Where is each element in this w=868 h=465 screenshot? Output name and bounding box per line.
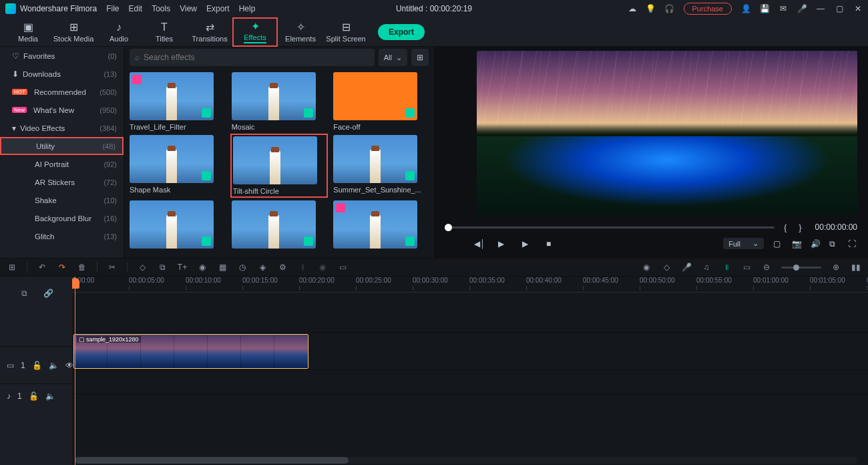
pip-icon[interactable]: ⧉ bbox=[829, 239, 839, 249]
play-forward-button[interactable]: ▶ bbox=[522, 239, 531, 249]
crop-icon[interactable]: ⧉ bbox=[157, 262, 168, 273]
mute-icon[interactable]: 🔈 bbox=[49, 361, 59, 370]
effect-thumb-7[interactable] bbox=[232, 200, 327, 251]
tab-media[interactable]: ▣Media bbox=[5, 17, 51, 47]
effect-thumb-0[interactable]: Travel_Life_Filter bbox=[130, 72, 225, 131]
safe-zone-icon[interactable]: ▭ bbox=[741, 262, 752, 273]
keyframe-icon[interactable]: ◈ bbox=[257, 262, 268, 273]
tab-stock-media[interactable]: ⊞Stock Media bbox=[51, 17, 96, 47]
effect-thumb-8[interactable] bbox=[333, 200, 429, 251]
link-icon[interactable]: 🔗 bbox=[43, 288, 53, 299]
search-input-wrapper[interactable]: ⌕ bbox=[130, 49, 375, 66]
marker-icon[interactable]: ◇ bbox=[661, 262, 672, 273]
support-icon[interactable]: 🎧 bbox=[665, 4, 674, 13]
sidebar-item-glitch[interactable]: Glitch(13) bbox=[0, 227, 124, 245]
tab-effects[interactable]: ✦Effects bbox=[232, 17, 278, 47]
fullscreen-icon[interactable]: ⛶ bbox=[848, 239, 857, 249]
video-clip[interactable]: ▢sample_1920x1280 bbox=[73, 334, 308, 369]
save-icon[interactable]: 💾 bbox=[760, 4, 769, 13]
audio-track[interactable] bbox=[72, 370, 868, 394]
arrange-icon[interactable]: ⊞ bbox=[7, 262, 17, 273]
green-screen-icon[interactable]: ◉ bbox=[317, 262, 328, 273]
delete-icon[interactable]: 🗑 bbox=[77, 262, 87, 273]
tab-audio[interactable]: ♪Audio bbox=[96, 17, 142, 47]
close-icon[interactable]: ✕ bbox=[853, 4, 863, 13]
maximize-icon[interactable]: ▢ bbox=[835, 4, 844, 13]
text-icon[interactable]: T+ bbox=[177, 262, 188, 273]
tips-icon[interactable]: 💡 bbox=[646, 4, 656, 13]
menu-help[interactable]: Help bbox=[239, 4, 256, 13]
account-icon[interactable]: 👤 bbox=[741, 4, 750, 13]
sidebar-item-whats-new[interactable]: NewWhat's New(950) bbox=[0, 101, 124, 119]
zoom-in-icon[interactable]: ⊕ bbox=[831, 262, 841, 273]
mark-in-button[interactable]: { bbox=[781, 222, 789, 232]
fit-icon[interactable]: ▮▮ bbox=[851, 262, 861, 273]
lock-icon[interactable]: 🔓 bbox=[29, 392, 39, 401]
sidebar-item-recommended[interactable]: HOTRecommended(500) bbox=[0, 83, 124, 101]
record-icon[interactable]: ◉ bbox=[641, 262, 652, 273]
menu-tools[interactable]: Tools bbox=[152, 4, 170, 13]
zoom-slider[interactable] bbox=[781, 267, 821, 269]
snap-icon[interactable]: ⫴ bbox=[721, 262, 732, 273]
undo-icon[interactable]: ↶ bbox=[37, 262, 47, 273]
mic-icon[interactable]: 🎤 bbox=[797, 4, 807, 13]
menu-file[interactable]: File bbox=[106, 4, 119, 13]
snapshot-icon[interactable]: 📷 bbox=[792, 239, 801, 249]
timeline-ruler[interactable]: 0:00:0000:00:05:0000:00:10:0000:00:15:00… bbox=[72, 277, 868, 293]
sidebar-item-ar-stickers[interactable]: AR Stickers(72) bbox=[0, 173, 124, 191]
minimize-icon[interactable]: — bbox=[816, 4, 825, 13]
color-icon[interactable]: ▦ bbox=[217, 262, 228, 273]
render-icon[interactable]: ▭ bbox=[337, 262, 348, 273]
sidebar-item-video-effects[interactable]: ▾Video Effects(384) bbox=[0, 119, 124, 137]
menu-edit[interactable]: Edit bbox=[129, 4, 143, 13]
video-track-header[interactable]: ▭1 🔓 🔈 👁 bbox=[0, 346, 72, 383]
sidebar-item-ai-portrait[interactable]: AI Portrait(92) bbox=[0, 155, 124, 173]
sidebar-item-shake[interactable]: Shake(10) bbox=[0, 191, 124, 209]
effect-thumb-4[interactable]: Tilt-shift Circle bbox=[230, 134, 329, 198]
sidebar-item-utility[interactable]: Utility(48) bbox=[0, 137, 124, 155]
effect-thumb-6[interactable] bbox=[130, 200, 225, 251]
effect-thumb-2[interactable]: Face-off bbox=[333, 72, 429, 131]
mark-out-button[interactable]: } bbox=[796, 222, 804, 232]
display-icon[interactable]: ▢ bbox=[773, 239, 783, 249]
message-icon[interactable]: ✉ bbox=[779, 4, 788, 13]
tag-icon[interactable]: ◇ bbox=[137, 262, 148, 273]
tab-transitions[interactable]: ⇄Transitions bbox=[187, 17, 232, 47]
timeline-horizontal-scrollbar[interactable] bbox=[75, 457, 857, 464]
zoom-out-icon[interactable]: ⊖ bbox=[761, 262, 772, 273]
export-button[interactable]: Export bbox=[378, 24, 425, 40]
music-icon[interactable]: ♫ bbox=[701, 262, 712, 273]
adjust-icon[interactable]: ⚙ bbox=[277, 262, 288, 273]
seek-slider[interactable] bbox=[445, 226, 775, 228]
cut-icon[interactable]: ✂ bbox=[107, 262, 118, 273]
mute-icon[interactable]: 🔈 bbox=[45, 392, 55, 401]
menu-view[interactable]: View bbox=[180, 4, 197, 13]
grid-view-icon[interactable]: ⊞ bbox=[411, 49, 429, 66]
sidebar-item-favorites[interactable]: ♡Favorites(0) bbox=[0, 47, 124, 65]
cloud-icon[interactable]: ☁ bbox=[628, 4, 637, 13]
video-track[interactable]: ▢sample_1920x1280 bbox=[72, 333, 868, 370]
play-button[interactable]: ▶ bbox=[498, 239, 507, 249]
voiceover-icon[interactable]: 🎤 bbox=[681, 262, 692, 273]
filter-dropdown[interactable]: All⌄ bbox=[379, 49, 407, 66]
purchase-button[interactable]: Purchase bbox=[684, 3, 732, 15]
lock-icon[interactable]: 🔓 bbox=[32, 361, 42, 370]
prev-frame-button[interactable]: ◀│ bbox=[474, 239, 483, 249]
menu-export[interactable]: Export bbox=[206, 4, 230, 13]
volume-icon[interactable]: 🔊 bbox=[811, 239, 820, 249]
preview-viewport[interactable] bbox=[477, 51, 857, 215]
track-manager-icon[interactable]: ⧉ bbox=[19, 288, 29, 299]
speed-icon[interactable]: ◉ bbox=[197, 262, 208, 273]
search-input[interactable] bbox=[144, 53, 369, 62]
audio-mixer-icon[interactable]: ⦀ bbox=[297, 262, 308, 273]
effect-thumb-3[interactable]: Shape Mask bbox=[130, 135, 225, 196]
sidebar-item-downloads[interactable]: ⬇Downloads(13) bbox=[0, 65, 124, 83]
effect-thumb-5[interactable]: Summer_Set_Sunshine_... bbox=[333, 135, 429, 196]
sidebar-item-background-blur[interactable]: Background Blur(16) bbox=[0, 209, 124, 227]
duration-icon[interactable]: ◷ bbox=[237, 262, 248, 273]
tab-elements[interactable]: ✧Elements bbox=[278, 17, 323, 47]
quality-dropdown[interactable]: Full⌄ bbox=[723, 238, 764, 249]
tab-split-screen[interactable]: ⊟Split Screen bbox=[323, 17, 369, 47]
redo-icon[interactable]: ↷ bbox=[57, 262, 67, 273]
tab-titles[interactable]: TTitles bbox=[142, 17, 187, 47]
